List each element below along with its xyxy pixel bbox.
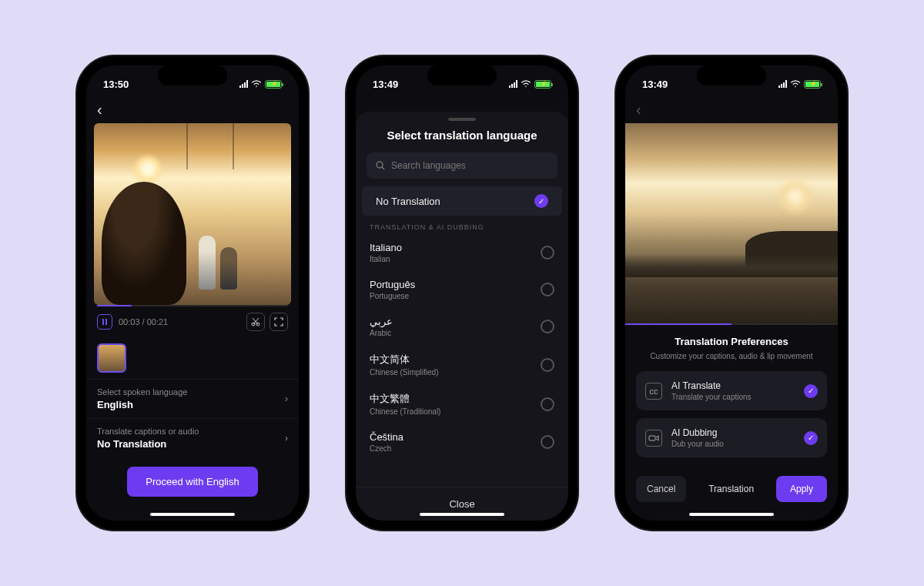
translate-label: Translate captions or audio (97, 427, 199, 436)
radio-icon (541, 320, 554, 333)
language-english: Czech (370, 444, 403, 453)
battery-icon (534, 80, 551, 89)
language-option[interactable]: ČeštinaCzech (356, 424, 568, 460)
pause-button[interactable] (97, 314, 112, 330)
language-english: Portuguese (370, 292, 415, 300)
back-button[interactable]: ‹ (97, 101, 102, 119)
check-icon: ✓ (534, 194, 548, 208)
cellular-icon (509, 80, 517, 88)
phone-language-setup: 13:50 ‹ 00:03 / 00:21 (77, 56, 308, 530)
sheet-title: Select translation language (356, 129, 568, 142)
check-icon: ✓ (804, 384, 818, 398)
language-native: 中文繁體 (370, 392, 440, 406)
notch (158, 65, 227, 85)
prefs-subtitle: Customize your captions, audio & lip mov… (636, 352, 827, 360)
radio-icon (541, 358, 554, 372)
section-header: TRANSLATION & AI DUBBING (356, 216, 568, 234)
search-icon (376, 161, 385, 170)
translate-value: No Translation (97, 438, 199, 450)
ai-translate-card[interactable]: cc AI Translate Translate your captions … (636, 371, 827, 410)
language-option[interactable]: PortuguêsPortuguese (356, 271, 568, 308)
video-preview[interactable] (625, 123, 838, 323)
ai-dubbing-subtitle: Dub your audio (671, 440, 724, 448)
language-native: Čeština (370, 431, 403, 443)
language-sheet: Select translation language Search langu… (356, 112, 568, 521)
language-native: عربي (370, 316, 393, 327)
svg-point-4 (377, 162, 383, 168)
ai-translate-subtitle: Translate your captions (671, 393, 752, 401)
dubbing-icon (645, 430, 662, 447)
cellular-icon (239, 80, 248, 88)
language-native: Português (370, 279, 415, 290)
search-input[interactable]: Search languages (367, 152, 557, 179)
svg-point-0 (256, 86, 257, 88)
timecode: 00:03 / 00:21 (119, 317, 168, 326)
back-button[interactable]: ‹ (636, 101, 641, 119)
phone-translation-prefs: 13:49 ‹ Translation Preferences Customiz… (616, 56, 847, 530)
language-option[interactable]: 中文繁體Chinese (Traditional) (356, 384, 568, 424)
ai-dubbing-card[interactable]: AI Dubbing Dub your audio ✓ (636, 418, 827, 457)
captions-icon: cc (645, 383, 662, 400)
language-english: Chinese (Traditional) (370, 407, 440, 416)
proceed-button[interactable]: Proceed with English (127, 467, 257, 497)
video-preview[interactable] (94, 123, 291, 305)
language-native: Italiano (370, 242, 402, 253)
spoken-language-row[interactable]: Select spoken language English › (86, 379, 299, 418)
svg-rect-6 (649, 436, 655, 440)
ai-translate-title: AI Translate (671, 380, 752, 391)
status-time: 13:49 (642, 79, 668, 90)
language-option[interactable]: 中文简体Chinese (Simplified) (356, 345, 568, 384)
status-time: 13:50 (103, 79, 129, 90)
translate-row[interactable]: Translate captions or audio No Translati… (86, 418, 299, 457)
wifi-icon (790, 80, 801, 88)
language-native: 中文简体 (370, 353, 438, 367)
cellular-icon (778, 80, 787, 88)
apply-button[interactable]: Apply (776, 476, 827, 502)
spoken-language-label: Select spoken language (97, 387, 187, 397)
fullscreen-button[interactable] (270, 313, 288, 331)
language-option[interactable]: ItalianoItalian (356, 234, 568, 271)
cancel-button[interactable]: Cancel (636, 476, 686, 502)
video-progress[interactable] (97, 305, 288, 306)
language-english: Arabic (370, 329, 393, 337)
no-translation-option[interactable]: No Translation ✓ (362, 186, 562, 216)
sheet-handle[interactable] (448, 118, 476, 121)
notch (697, 65, 766, 85)
chevron-right-icon: › (285, 393, 288, 404)
translation-tab[interactable]: Translation (692, 484, 770, 494)
wifi-icon (251, 80, 262, 88)
chevron-right-icon: › (285, 433, 288, 444)
spoken-language-value: English (97, 399, 187, 410)
search-placeholder: Search languages (391, 160, 466, 171)
ai-dubbing-title: AI Dubbing (671, 427, 724, 438)
clip-thumbnail[interactable] (97, 343, 126, 373)
status-time: 13:49 (373, 79, 398, 90)
home-indicator[interactable] (150, 513, 235, 516)
radio-icon (541, 397, 554, 411)
radio-icon (541, 435, 554, 449)
wifi-icon (521, 80, 531, 88)
battery-icon (804, 80, 821, 89)
language-english: Italian (370, 255, 402, 263)
phone-language-sheet: 13:49 Select translation language Search… (346, 56, 578, 530)
language-english: Chinese (Simplified) (370, 368, 438, 377)
video-progress[interactable] (625, 323, 838, 325)
trim-button[interactable] (246, 313, 265, 331)
radio-icon (541, 283, 554, 296)
prefs-title: Translation Preferences (636, 336, 827, 347)
svg-point-3 (525, 86, 527, 88)
check-icon: ✓ (804, 431, 818, 445)
svg-point-5 (795, 86, 796, 88)
notch (427, 65, 497, 85)
home-indicator[interactable] (689, 513, 774, 516)
language-option[interactable]: عربيArabic (356, 308, 568, 345)
battery-icon (265, 80, 282, 89)
radio-icon (541, 246, 554, 260)
home-indicator[interactable] (420, 513, 504, 516)
